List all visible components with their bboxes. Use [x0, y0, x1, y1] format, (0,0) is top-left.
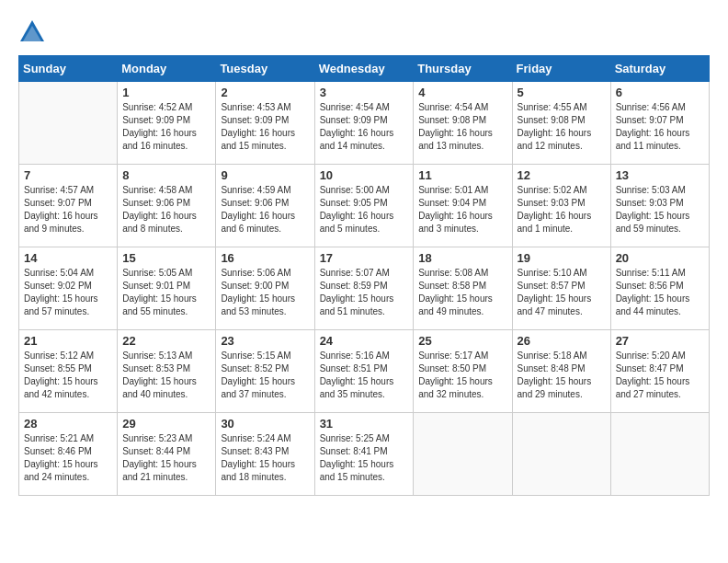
weekday-header-row: SundayMondayTuesdayWednesdayThursdayFrid… [19, 56, 710, 82]
day-number: 29 [122, 417, 210, 431]
week-row-2: 7Sunrise: 4:57 AM Sunset: 9:07 PM Daylig… [19, 165, 710, 247]
calendar-cell: 28Sunrise: 5:21 AM Sunset: 8:46 PM Dayli… [19, 413, 118, 496]
weekday-header-saturday: Saturday [610, 56, 709, 82]
day-info: Sunrise: 5:07 AM Sunset: 8:59 PM Dayligh… [320, 267, 409, 318]
calendar-cell: 15Sunrise: 5:05 AM Sunset: 9:01 PM Dayli… [118, 247, 216, 330]
calendar-table: SundayMondayTuesdayWednesdayThursdayFrid… [18, 55, 710, 496]
day-number: 9 [221, 168, 309, 182]
calendar-cell: 18Sunrise: 5:08 AM Sunset: 8:58 PM Dayli… [414, 247, 512, 330]
calendar-cell: 6Sunrise: 4:56 AM Sunset: 9:07 PM Daylig… [610, 82, 709, 165]
calendar-cell: 23Sunrise: 5:15 AM Sunset: 8:52 PM Dayli… [216, 330, 314, 413]
week-row-5: 28Sunrise: 5:21 AM Sunset: 8:46 PM Dayli… [19, 413, 710, 496]
day-info: Sunrise: 5:25 AM Sunset: 8:41 PM Dayligh… [320, 432, 409, 484]
calendar-cell: 7Sunrise: 4:57 AM Sunset: 9:07 PM Daylig… [19, 165, 118, 247]
calendar-cell: 4Sunrise: 4:54 AM Sunset: 9:08 PM Daylig… [414, 82, 512, 165]
day-info: Sunrise: 4:58 AM Sunset: 9:06 PM Dayligh… [122, 184, 210, 236]
day-number: 16 [221, 251, 309, 265]
day-number: 8 [122, 168, 210, 182]
header [18, 18, 710, 46]
calendar-cell: 22Sunrise: 5:13 AM Sunset: 8:53 PM Dayli… [118, 330, 216, 413]
logo [18, 18, 50, 46]
calendar-cell: 2Sunrise: 4:53 AM Sunset: 9:09 PM Daylig… [216, 82, 314, 165]
day-number: 2 [221, 86, 309, 99]
day-info: Sunrise: 4:53 AM Sunset: 9:09 PM Dayligh… [221, 101, 309, 153]
day-info: Sunrise: 5:01 AM Sunset: 9:04 PM Dayligh… [418, 184, 506, 236]
day-number: 11 [418, 168, 506, 182]
calendar-cell: 27Sunrise: 5:20 AM Sunset: 8:47 PM Dayli… [610, 330, 709, 413]
day-info: Sunrise: 5:20 AM Sunset: 8:47 PM Dayligh… [616, 350, 704, 401]
day-info: Sunrise: 4:52 AM Sunset: 9:09 PM Dayligh… [122, 101, 210, 153]
calendar-cell: 12Sunrise: 5:02 AM Sunset: 9:03 PM Dayli… [512, 165, 610, 247]
day-number: 3 [320, 86, 409, 99]
day-info: Sunrise: 5:05 AM Sunset: 9:01 PM Dayligh… [122, 267, 210, 318]
day-number: 25 [418, 334, 506, 348]
calendar-cell: 17Sunrise: 5:07 AM Sunset: 8:59 PM Dayli… [314, 247, 414, 330]
week-row-3: 14Sunrise: 5:04 AM Sunset: 9:02 PM Dayli… [19, 247, 710, 330]
day-info: Sunrise: 5:08 AM Sunset: 8:58 PM Dayligh… [418, 267, 506, 318]
calendar-cell: 20Sunrise: 5:11 AM Sunset: 8:56 PM Dayli… [610, 247, 709, 330]
weekday-header-wednesday: Wednesday [314, 56, 414, 82]
day-info: Sunrise: 5:06 AM Sunset: 9:00 PM Dayligh… [221, 267, 309, 318]
weekday-header-thursday: Thursday [414, 56, 512, 82]
day-info: Sunrise: 4:59 AM Sunset: 9:06 PM Dayligh… [221, 184, 309, 236]
day-number: 21 [24, 334, 112, 348]
day-number: 13 [616, 168, 704, 182]
day-number: 17 [320, 251, 409, 265]
day-info: Sunrise: 5:02 AM Sunset: 9:03 PM Dayligh… [518, 184, 606, 236]
day-info: Sunrise: 5:17 AM Sunset: 8:50 PM Dayligh… [418, 350, 506, 401]
calendar-cell: 31Sunrise: 5:25 AM Sunset: 8:41 PM Dayli… [314, 413, 414, 496]
day-info: Sunrise: 4:57 AM Sunset: 9:07 PM Dayligh… [24, 184, 112, 236]
day-info: Sunrise: 5:16 AM Sunset: 8:51 PM Dayligh… [320, 350, 409, 401]
day-info: Sunrise: 5:00 AM Sunset: 9:05 PM Dayligh… [320, 184, 409, 236]
week-row-1: 1Sunrise: 4:52 AM Sunset: 9:09 PM Daylig… [19, 82, 710, 165]
calendar-cell: 14Sunrise: 5:04 AM Sunset: 9:02 PM Dayli… [19, 247, 118, 330]
calendar-cell [414, 413, 512, 496]
day-number: 12 [518, 168, 606, 182]
day-info: Sunrise: 5:18 AM Sunset: 8:48 PM Dayligh… [518, 350, 606, 401]
day-info: Sunrise: 5:10 AM Sunset: 8:57 PM Dayligh… [518, 267, 606, 318]
calendar-cell: 10Sunrise: 5:00 AM Sunset: 9:05 PM Dayli… [314, 165, 414, 247]
calendar-cell: 13Sunrise: 5:03 AM Sunset: 9:03 PM Dayli… [610, 165, 709, 247]
week-row-4: 21Sunrise: 5:12 AM Sunset: 8:55 PM Dayli… [19, 330, 710, 413]
day-number: 20 [616, 251, 704, 265]
calendar-cell: 21Sunrise: 5:12 AM Sunset: 8:55 PM Dayli… [19, 330, 118, 413]
day-number: 4 [418, 86, 506, 99]
calendar-cell: 9Sunrise: 4:59 AM Sunset: 9:06 PM Daylig… [216, 165, 314, 247]
calendar-cell: 29Sunrise: 5:23 AM Sunset: 8:44 PM Dayli… [118, 413, 216, 496]
day-info: Sunrise: 4:55 AM Sunset: 9:08 PM Dayligh… [518, 101, 606, 153]
day-info: Sunrise: 5:21 AM Sunset: 8:46 PM Dayligh… [24, 432, 112, 484]
day-info: Sunrise: 4:54 AM Sunset: 9:08 PM Dayligh… [418, 101, 506, 153]
calendar-cell: 3Sunrise: 4:54 AM Sunset: 9:09 PM Daylig… [314, 82, 414, 165]
day-info: Sunrise: 5:11 AM Sunset: 8:56 PM Dayligh… [616, 267, 704, 318]
calendar-cell [512, 413, 610, 496]
calendar-cell: 8Sunrise: 4:58 AM Sunset: 9:06 PM Daylig… [118, 165, 216, 247]
day-info: Sunrise: 5:04 AM Sunset: 9:02 PM Dayligh… [24, 267, 112, 318]
calendar-cell [610, 413, 709, 496]
day-number: 5 [518, 86, 606, 99]
calendar-cell: 16Sunrise: 5:06 AM Sunset: 9:00 PM Dayli… [216, 247, 314, 330]
weekday-header-monday: Monday [118, 56, 216, 82]
day-number: 31 [320, 417, 409, 431]
day-info: Sunrise: 5:24 AM Sunset: 8:43 PM Dayligh… [221, 432, 309, 484]
calendar-cell [19, 82, 118, 165]
day-number: 6 [616, 86, 704, 99]
day-number: 24 [320, 334, 409, 348]
calendar-cell: 26Sunrise: 5:18 AM Sunset: 8:48 PM Dayli… [512, 330, 610, 413]
calendar-cell: 19Sunrise: 5:10 AM Sunset: 8:57 PM Dayli… [512, 247, 610, 330]
calendar-cell: 11Sunrise: 5:01 AM Sunset: 9:04 PM Dayli… [414, 165, 512, 247]
day-info: Sunrise: 5:03 AM Sunset: 9:03 PM Dayligh… [616, 184, 704, 236]
day-number: 27 [616, 334, 704, 348]
calendar-cell: 30Sunrise: 5:24 AM Sunset: 8:43 PM Dayli… [216, 413, 314, 496]
weekday-header-sunday: Sunday [19, 56, 118, 82]
day-number: 7 [24, 168, 112, 182]
day-number: 14 [24, 251, 112, 265]
day-number: 15 [122, 251, 210, 265]
day-number: 26 [518, 334, 606, 348]
day-info: Sunrise: 4:54 AM Sunset: 9:09 PM Dayligh… [320, 101, 409, 153]
day-info: Sunrise: 4:56 AM Sunset: 9:07 PM Dayligh… [616, 101, 704, 153]
logo-icon [18, 18, 46, 46]
weekday-header-tuesday: Tuesday [216, 56, 314, 82]
day-info: Sunrise: 5:23 AM Sunset: 8:44 PM Dayligh… [122, 432, 210, 484]
day-number: 10 [320, 168, 409, 182]
calendar-cell: 24Sunrise: 5:16 AM Sunset: 8:51 PM Dayli… [314, 330, 414, 413]
